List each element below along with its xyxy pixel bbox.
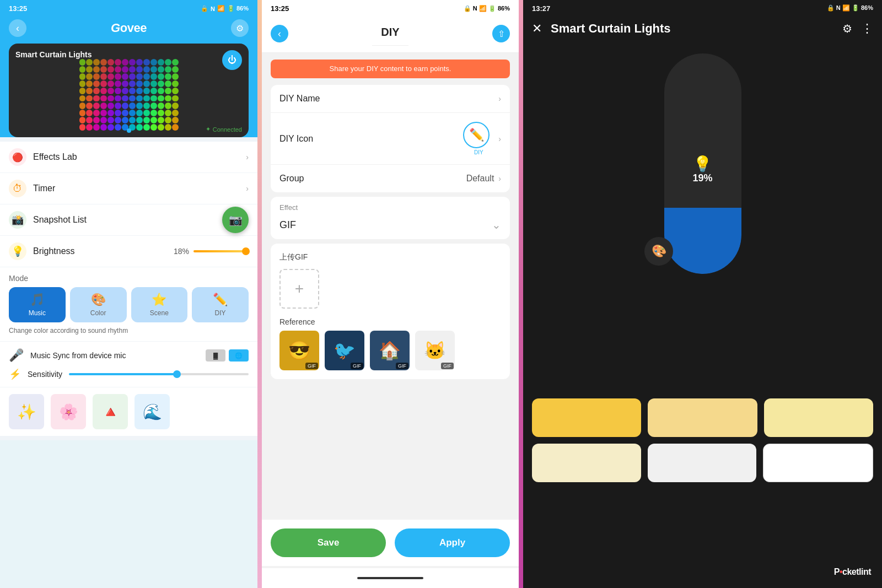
diy-name-label: DIY Name <box>279 94 498 104</box>
dimmer-capsule[interactable]: 💡 19% <box>664 53 741 274</box>
p2-title: DIY <box>372 21 408 46</box>
ref-gif-1[interactable]: 😎 GIF <box>279 331 319 370</box>
group-label: Group <box>279 174 466 184</box>
mode-hint: Change color according to sound rhythm <box>9 327 249 335</box>
ref-gif-2[interactable]: 🐦 GIF <box>325 331 364 370</box>
settings-button-1[interactable]: ⚙ <box>231 19 249 37</box>
reference-label: Reference <box>279 317 501 326</box>
menu-item-effects-lab[interactable]: 🔴 Effects Lab › <box>0 142 257 172</box>
swatch-yellow-mid[interactable] <box>648 398 757 437</box>
mode-tab-music[interactable]: 🎵 Music <box>9 287 66 322</box>
sensitivity-label: Sensitivity <box>28 370 62 379</box>
sensitivity-slider[interactable] <box>69 373 249 375</box>
back-button-2[interactable]: ‹ <box>271 25 288 42</box>
close-button-3[interactable]: ✕ <box>532 21 542 36</box>
sensitivity-row: ⚡ Sensitivity <box>9 368 249 380</box>
swatch-cream[interactable] <box>532 444 641 482</box>
ref-gif-1-badge: GIF <box>305 363 318 369</box>
mode-tab-color[interactable]: 🎨 Color <box>70 287 127 322</box>
diy-icon-label: DIY Icon <box>279 134 463 144</box>
ref-gif-4-badge: GIF <box>441 363 454 369</box>
bulb-icon: 💡 <box>693 155 712 173</box>
menu-item-brightness: 💡 Brightness 18% <box>0 236 257 267</box>
snapshot-icon: 📸 <box>9 211 26 229</box>
diy-name-row[interactable]: DIY Name › <box>271 85 510 113</box>
menu-item-snapshot[interactable]: 📸 Snapshot List ? 📷 <box>0 204 257 235</box>
p2-nav-bar <box>262 568 519 588</box>
curtain-visualization <box>79 59 179 131</box>
apply-button[interactable]: Apply <box>395 528 510 557</box>
diy-form-card: DIY Name › DIY Icon ✏️ DIY › Group Defau… <box>271 85 510 192</box>
divider-1 <box>257 0 262 588</box>
group-chevron: › <box>498 174 501 183</box>
effects-lab-label: Effects Lab <box>33 152 246 162</box>
device-card: Smart Curtain Lights ⏻ ✦ Connected <box>9 44 249 137</box>
toggle-on[interactable]: 🌐 <box>229 349 249 362</box>
panel-curtain-lights: 13:27 🔒 N 📶 🔋 86% ✕ Smart Curtain Lights… <box>523 0 882 588</box>
gif-thumb-4[interactable]: 🌊 <box>135 394 170 429</box>
swatch-yellow-light[interactable] <box>764 398 873 437</box>
swatch-row-1 <box>532 398 873 437</box>
effect-dropdown-icon[interactable]: ⌄ <box>492 218 501 231</box>
status-bar-2: 13:25 🔒 N 📶 🔋 86% <box>262 0 519 17</box>
camera-fab[interactable]: 📷 <box>222 207 249 233</box>
status-icons-3: 🔒 N 📶 🔋 86% <box>827 4 873 13</box>
diy-icon-chevron: › <box>498 134 501 143</box>
brightness-slider[interactable] <box>193 250 249 252</box>
group-row[interactable]: Group Default › <box>271 165 510 192</box>
gif-thumb-1[interactable]: ✨ <box>9 394 44 429</box>
snapshot-label: Snapshot List <box>33 215 243 225</box>
color-tab-icon: 🎨 <box>91 293 106 307</box>
swatch-yellow-dark[interactable] <box>532 398 641 437</box>
diy-icon-row[interactable]: DIY Icon ✏️ DIY › <box>271 113 510 165</box>
p3-bottom-bar: P•cketlint <box>523 567 882 577</box>
music-sync-toggle[interactable]: ▓ 🌐 <box>206 349 249 362</box>
diy-tab-icon: ✏️ <box>213 293 228 307</box>
gif-upload-box[interactable]: + <box>279 269 319 309</box>
share-button[interactable]: ⇧ <box>492 25 510 42</box>
mode-tab-scene[interactable]: ⭐ Scene <box>131 287 188 322</box>
status-time-2: 13:25 <box>271 4 289 13</box>
brightness-control[interactable]: 18% <box>174 247 249 256</box>
brightness-value: 18% <box>174 247 189 256</box>
status-time-3: 13:27 <box>532 4 550 13</box>
palette-button[interactable]: 🎨 <box>644 237 673 266</box>
save-button[interactable]: Save <box>271 528 386 557</box>
ref-gif-4[interactable]: 🐱 GIF <box>415 331 455 370</box>
divider-2 <box>519 0 523 588</box>
swatch-row-2 <box>532 444 873 482</box>
menu-item-timer[interactable]: ⏱ Timer › <box>0 173 257 204</box>
effect-card: Effect GIF ⌄ <box>271 197 510 239</box>
gif-upload-title: 上传GIF <box>279 252 501 262</box>
back-button-1[interactable]: ‹ <box>9 19 26 37</box>
diy-icon-circle: ✏️ <box>463 122 490 148</box>
status-icons-1: 🔒 N 📶 🔋 86% <box>201 5 249 12</box>
diy-icon-text: DIY <box>474 149 483 155</box>
scene-tab-icon: ⭐ <box>152 293 166 307</box>
scene-tab-label: Scene <box>150 309 169 317</box>
mode-tabs: 🎵 Music 🎨 Color ⭐ Scene ✏️ DIY <box>9 287 249 322</box>
swatch-white[interactable] <box>763 444 873 482</box>
effect-select-row[interactable]: GIF ⌄ <box>271 214 510 239</box>
power-button[interactable]: ⏻ <box>222 50 242 70</box>
music-tab-label: Music <box>29 309 46 317</box>
status-icons-2: 🔒 N 📶 🔋 86% <box>464 4 510 13</box>
action-buttons: Save Apply <box>262 520 519 566</box>
group-value: Default <box>466 174 494 184</box>
p3-title: Smart Curtain Lights <box>551 21 842 36</box>
effects-lab-chevron: › <box>246 153 249 161</box>
timer-chevron: › <box>246 184 249 193</box>
p1-header: ‹ Govee ⚙ <box>0 17 257 44</box>
gif-thumb-2[interactable]: 🌸 <box>51 394 86 429</box>
gif-thumb-3[interactable]: 🔺 <box>93 394 128 429</box>
status-time-1: 13:25 <box>9 4 27 13</box>
mode-tab-diy[interactable]: ✏️ DIY <box>192 287 249 322</box>
more-button-3[interactable]: ⋮ <box>861 21 873 36</box>
ref-gif-3[interactable]: 🏠 GIF <box>370 331 410 370</box>
swatch-light-grey[interactable] <box>648 444 757 482</box>
effect-label: Effect <box>271 197 510 214</box>
settings-button-3[interactable]: ⚙ <box>842 22 852 35</box>
reference-section: Reference 😎 GIF 🐦 GIF 🏠 GIF 🐱 GIF <box>279 317 501 370</box>
mode-section: Mode 🎵 Music 🎨 Color ⭐ Scene ✏️ DIY <box>0 267 257 341</box>
toggle-off[interactable]: ▓ <box>206 349 225 362</box>
